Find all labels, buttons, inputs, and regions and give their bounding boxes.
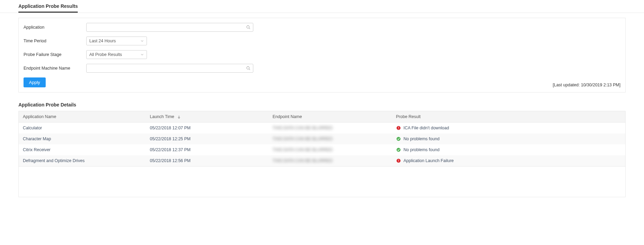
endpoint-input[interactable] (86, 64, 253, 73)
cell-launch-time: 05/22/2018 12:25 PM (146, 133, 269, 144)
blurred-text: THIS DATA CAN BE BLURRED (273, 147, 333, 152)
apply-label: Apply (29, 80, 40, 85)
svg-line-1 (249, 28, 250, 29)
cell-app-name: Calculator (19, 122, 146, 134)
col-header-probe-result[interactable]: Probe Result (392, 111, 626, 122)
cell-probe-result: No problems found (392, 133, 626, 144)
probe-details-table: Application Name Launch Time Endpoint Na… (18, 111, 626, 167)
col-header-endpoint-name[interactable]: Endpoint Name (269, 111, 392, 122)
application-label: Application (24, 25, 86, 30)
filter-row-probe-failure: Probe Failure Stage All Probe Results (24, 50, 620, 59)
probe-result-text: Application Launch Failure (404, 158, 454, 163)
cell-launch-time: 05/22/2018 12:37 PM (146, 144, 269, 155)
tab-application-probe-results[interactable]: Application Probe Results (18, 0, 78, 13)
col-header-label: Endpoint Name (273, 114, 302, 119)
probe-failure-value: All Probe Results (89, 52, 122, 57)
time-period-select[interactable]: Last 24 Hours (86, 37, 147, 45)
cell-probe-result: Application Launch Failure (392, 155, 626, 167)
tab-header: Application Probe Results (0, 0, 644, 13)
table-row[interactable]: Defragment and Optimize Drives05/22/2018… (19, 155, 626, 167)
svg-rect-6 (398, 127, 399, 129)
svg-point-0 (247, 26, 250, 28)
svg-rect-7 (398, 129, 399, 129)
filter-row-application: Application (24, 23, 620, 32)
probe-result-text: No problems found (404, 136, 440, 141)
table-empty-area (18, 167, 626, 197)
svg-line-3 (249, 69, 250, 70)
endpoint-search-wrap (86, 64, 253, 73)
time-period-label: Time Period (24, 39, 86, 43)
details-title: Application Probe Details (18, 102, 626, 107)
success-icon (396, 136, 401, 141)
success-icon (396, 147, 401, 152)
blurred-text: THIS DATA CAN BE BLURRED (273, 136, 333, 141)
apply-button[interactable]: Apply (24, 77, 46, 87)
cell-launch-time: 05/22/2018 12:07 PM (146, 122, 269, 134)
cell-app-name: Citrix Receiver (19, 144, 146, 155)
cell-launch-time: 05/22/2018 12:56 PM (146, 155, 269, 167)
filter-row-time-period: Time Period Last 24 Hours (24, 37, 620, 45)
cell-app-name: Defragment and Optimize Drives (19, 155, 146, 167)
svg-rect-11 (398, 160, 399, 161)
table-row[interactable]: Citrix Receiver05/22/2018 12:37 PMTHIS D… (19, 144, 626, 155)
time-period-value: Last 24 Hours (89, 39, 116, 43)
application-input[interactable] (86, 23, 253, 32)
cell-endpoint-name: THIS DATA CAN BE BLURRED (269, 144, 392, 155)
error-icon (396, 158, 401, 163)
probe-failure-select-wrap: All Probe Results (86, 50, 147, 59)
search-icon[interactable] (246, 66, 251, 71)
svg-point-8 (396, 137, 401, 141)
col-header-label: Launch Time (150, 114, 175, 119)
filter-panel: Application Time Period Last 24 Hours Pr… (18, 18, 626, 92)
probe-result-text: No problems found (404, 147, 440, 152)
table-row[interactable]: Calculator05/22/2018 12:07 PMTHIS DATA C… (19, 122, 626, 134)
error-icon (396, 126, 401, 130)
details-section: Application Probe Details Application Na… (18, 102, 626, 197)
svg-rect-12 (398, 161, 399, 162)
last-updated-text: [Last updated: 10/30/2019 2:13 PM] (553, 83, 620, 87)
application-search-wrap (86, 23, 253, 32)
filter-row-endpoint: Endpoint Machine Name (24, 64, 620, 73)
svg-point-2 (247, 67, 250, 69)
cell-endpoint-name: THIS DATA CAN BE BLURRED (269, 133, 392, 144)
table-header-row: Application Name Launch Time Endpoint Na… (19, 111, 626, 122)
cell-endpoint-name: THIS DATA CAN BE BLURRED (269, 155, 392, 167)
col-header-label: Probe Result (396, 114, 421, 119)
search-icon[interactable] (246, 25, 251, 30)
probe-result-text: ICA File didn't download (404, 126, 449, 130)
col-header-launch-time[interactable]: Launch Time (146, 111, 269, 122)
sort-descending-icon (177, 115, 181, 119)
cell-probe-result: ICA File didn't download (392, 122, 626, 134)
blurred-text: THIS DATA CAN BE BLURRED (273, 158, 333, 163)
endpoint-label: Endpoint Machine Name (24, 66, 86, 71)
blurred-text: THIS DATA CAN BE BLURRED (273, 126, 333, 130)
col-header-label: Application Name (23, 114, 56, 119)
tab-label: Application Probe Results (18, 3, 78, 9)
cell-app-name: Character Map (19, 133, 146, 144)
table-row[interactable]: Character Map05/22/2018 12:25 PMTHIS DAT… (19, 133, 626, 144)
time-period-select-wrap: Last 24 Hours (86, 37, 147, 45)
cell-endpoint-name: THIS DATA CAN BE BLURRED (269, 122, 392, 134)
probe-failure-select[interactable]: All Probe Results (86, 50, 147, 59)
probe-failure-label: Probe Failure Stage (24, 52, 86, 57)
col-header-app-name[interactable]: Application Name (19, 111, 146, 122)
svg-point-9 (396, 148, 401, 152)
cell-probe-result: No problems found (392, 144, 626, 155)
